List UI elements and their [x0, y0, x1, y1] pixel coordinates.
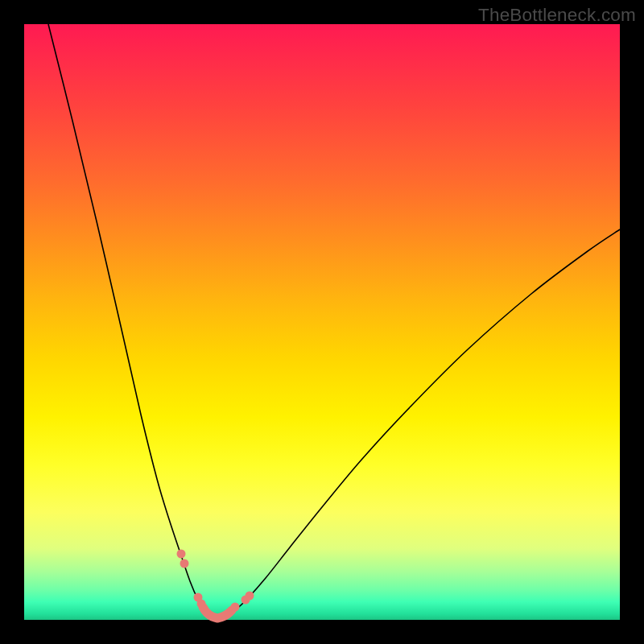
highlight-left-dots	[177, 550, 206, 609]
highlight-dot	[180, 559, 189, 568]
curve-left-branch	[48, 24, 217, 618]
highlight-dot	[246, 592, 254, 601]
highlight-dot	[197, 600, 206, 609]
highlight-right-dots	[228, 592, 254, 615]
watermark-text: TheBottleneck.com	[478, 5, 636, 26]
highlight-dot	[177, 550, 186, 559]
highlight-dot	[231, 603, 240, 612]
curve-svg	[24, 24, 620, 620]
chart-plot-area	[24, 24, 620, 620]
curve-right-branch	[217, 229, 620, 618]
highlight-bottom	[203, 607, 230, 618]
